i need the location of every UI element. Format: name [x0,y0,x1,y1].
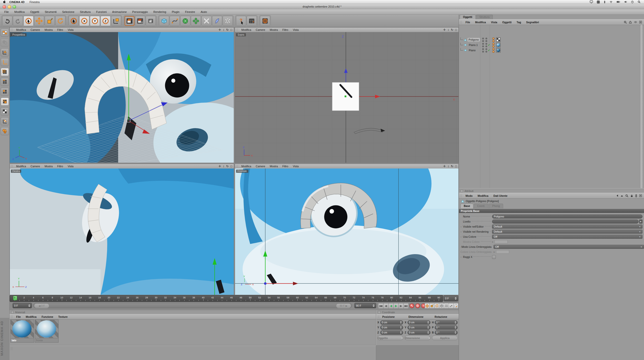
volume-icon[interactable] [624,1,627,3]
viewport-3-label[interactable]: Destra [11,170,21,173]
disclosure-arrow-icon[interactable]: ▶ [492,241,494,243]
axis-x-button[interactable]: X [79,16,89,26]
add-generator-button[interactable] [180,16,190,26]
pan-icon[interactable]: ✛ [443,165,446,168]
link-icon[interactable] [635,194,637,197]
zoom-icon[interactable]: ↕ [223,28,224,31]
panel-drag-handle[interactable] [11,165,13,168]
object-name[interactable]: Piano [468,49,477,52]
coordinate-field-rotazione-p[interactable]: 0 ° [435,325,458,330]
viewport-menu-camere[interactable]: Camere [28,165,42,168]
record-key-button[interactable] [409,303,414,308]
om-menu-oggetti[interactable]: Oggetti [500,21,514,24]
viewport-2-canvas[interactable]: Sopra Z X [235,32,458,163]
viewport-1-label[interactable]: Prospettiva [11,33,27,36]
material-fronte[interactable]: fronte [35,320,59,343]
object-axis-mode-button[interactable] [1,58,9,66]
viewport-menu-filtro[interactable]: Filtro [280,165,291,168]
axis-y-button[interactable]: Y [90,16,100,26]
prev-frame-button[interactable] [388,303,394,309]
am-menu-modifica[interactable]: Modifica [475,194,491,197]
deform-state-dots[interactable] [492,37,495,42]
object-name[interactable]: Piano.1 [468,43,479,47]
key-pla-button[interactable] [444,303,449,308]
panel-collapse-icon[interactable] [460,190,463,192]
panel-drag-handle[interactable] [11,315,13,318]
object-tree-scrollbar[interactable] [640,25,643,189]
oggetto-button[interactable]: Oggetto▼ [377,336,403,340]
stepper-arrows-icon[interactable] [400,321,402,324]
panel-drag-handle[interactable] [460,21,462,24]
maximize-icon[interactable]: □ [455,165,457,168]
usa-colore-select[interactable]: Off▼ [492,235,642,239]
range-start-grip[interactable]: ◀0 F [34,303,49,308]
texture-mode-button[interactable] [1,107,9,115]
viewport-menu-mostra[interactable]: Mostra [267,28,280,31]
panel-drag-handle[interactable] [236,28,238,31]
coordinate-field-posizione-z[interactable]: 0 cm [380,330,403,335]
eye-icon[interactable] [634,21,637,23]
stepper-arrows-icon[interactable] [455,297,457,300]
render-visibility-dots[interactable] [485,48,487,53]
bluetooth-icon[interactable] [604,1,606,4]
object-row-poligono[interactable]: Poligono [460,37,642,42]
stepper-arrows-icon[interactable] [427,331,429,334]
zoom-icon[interactable]: ↕ [223,165,224,168]
back-icon[interactable] [616,194,619,197]
add-particles-button[interactable] [223,16,233,26]
add-tab-icon[interactable] [639,194,642,197]
panel-collapse-icon[interactable] [11,311,14,314]
om-menu-file[interactable]: File [463,21,473,24]
coordinate-field-dimensione-x[interactable]: 0 cm [407,320,430,325]
rotate-view-icon[interactable]: ↻ [226,28,229,31]
viewport-menu-vista[interactable]: Vista [291,165,301,168]
move-button[interactable] [34,16,44,26]
edges-mode-button[interactable] [1,78,9,86]
stepper-arrows-icon[interactable] [400,331,402,334]
stepper-arrows-icon[interactable] [455,331,456,334]
spotlight-icon[interactable] [638,1,640,3]
solo-button[interactable] [449,303,454,308]
enabled-check-icon[interactable]: ✓ [488,43,490,47]
tab-struttura[interactable]: Struttura [476,15,493,19]
am-menu-dati-utente[interactable]: Dati Utente [491,194,510,197]
key-rotation-button[interactable] [434,303,439,308]
maximize-icon[interactable]: □ [230,165,232,168]
timeline-current-frame-stepper[interactable]: 0 F [444,295,458,301]
materials-menu-modifica[interactable]: Modifica [23,315,39,318]
viewport-menu-modifica[interactable]: Modifica [239,165,253,168]
pan-icon[interactable]: ✛ [443,28,446,31]
render-view-button[interactable] [124,16,135,26]
stepper-arrows-icon[interactable] [28,304,30,307]
deform-state-dots[interactable] [492,43,495,47]
editor-visibility-dots[interactable] [482,48,484,53]
tag-material-icon[interactable] [496,48,501,53]
menu-modifica[interactable]: Modifica [12,10,28,13]
add-deformer-button[interactable] [212,16,222,26]
viewport-4-label[interactable]: Frontale [236,170,248,173]
menu-struttura[interactable]: Struttura [77,10,93,13]
tab-oggetti[interactable]: Oggetti [460,15,476,19]
render-visibility-dots[interactable] [485,38,487,42]
viewport-menu-modifica[interactable]: Modifica [14,28,28,31]
stepper-arrows-icon[interactable] [373,304,375,307]
polygons-mode-button[interactable] [1,88,9,96]
redo-button[interactable] [13,16,23,26]
stepper-arrows-icon[interactable] [455,321,456,324]
viewport-menu-filtro[interactable]: Filtro [55,28,65,31]
viewport-1-canvas[interactable]: Prospettiva [10,32,234,163]
menu-animazione[interactable]: Animazione [109,10,129,13]
render-team-button[interactable] [146,16,156,26]
viewport-menu-vista[interactable]: Vista [291,28,301,31]
render-visibility-dots[interactable] [485,43,487,47]
next-frame-button[interactable] [398,303,404,309]
key-position-button[interactable] [425,303,430,308]
close-button[interactable] [3,5,6,9]
nome-input[interactable]: Poligono [492,214,642,219]
viewport-menu-vista[interactable]: Vista [65,165,76,168]
viewport-menu-camere[interactable]: Camere [28,28,42,31]
viewport-3-canvas[interactable]: Destra YXZ [10,169,234,295]
content-browser-button[interactable] [260,16,270,26]
om-menu-segnalibri[interactable]: Segnalibri [524,21,542,24]
home-icon[interactable] [629,21,632,24]
